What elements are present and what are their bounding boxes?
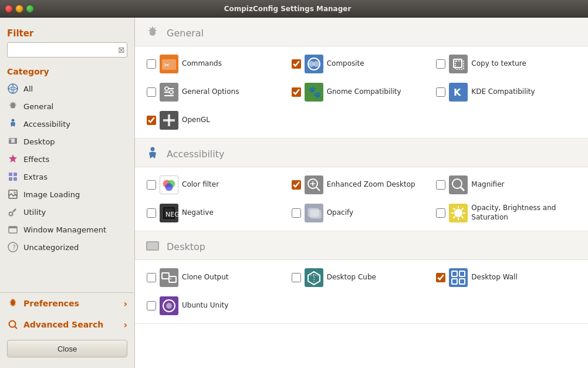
sidebar-item-desktop[interactable]: Desktop xyxy=(0,133,134,150)
plugin-desktop-wall-icon xyxy=(449,268,468,287)
plugin-negative-checkbox[interactable] xyxy=(147,208,156,218)
plugin-magnifier[interactable]: Magnifier xyxy=(434,172,579,198)
plugin-commands[interactable]: ✂ Commands xyxy=(144,51,289,77)
plugin-kde-compat-checkbox[interactable] xyxy=(436,87,445,97)
svg-text:?: ? xyxy=(12,244,16,251)
plugin-color-filter-label: Color filter xyxy=(182,180,219,190)
desktop-icon xyxy=(7,136,19,147)
svg-point-0 xyxy=(8,84,18,93)
general-section: General ✂ Commands Composite xyxy=(135,18,588,139)
category-list: All General Accessibility Desktop xyxy=(0,80,134,290)
window-management-icon xyxy=(7,224,19,235)
sidebar-item-window-management[interactable]: Window Management xyxy=(0,221,134,238)
plugin-commands-checkbox[interactable] xyxy=(147,59,156,69)
plugin-composite[interactable]: Composite xyxy=(289,51,434,77)
close-button[interactable]: Close xyxy=(7,340,127,357)
plugin-composite-checkbox[interactable] xyxy=(292,59,301,69)
svg-rect-9 xyxy=(9,177,12,181)
plugin-clone-output[interactable]: Clone Output xyxy=(144,265,289,291)
filter-clear-icon[interactable]: ⊠ xyxy=(118,45,125,55)
svg-point-38 xyxy=(151,147,155,151)
svg-point-42 xyxy=(165,183,173,191)
sidebar-item-utility[interactable]: Utility xyxy=(0,203,134,221)
general-section-title: General xyxy=(167,28,204,39)
plugin-ubuntu-unity-checkbox[interactable] xyxy=(147,301,156,310)
svg-text:✂: ✂ xyxy=(164,61,170,69)
plugin-general-options-checkbox[interactable] xyxy=(147,87,156,97)
plugin-copy-to-texture-checkbox[interactable] xyxy=(436,59,445,69)
svg-rect-7 xyxy=(9,173,12,176)
sidebar-item-accessibility[interactable]: Accessibility xyxy=(0,115,134,133)
plugin-opacify-label: Opacify xyxy=(327,208,353,218)
plugin-enhanced-zoom-icon xyxy=(305,175,323,194)
advanced-search-arrow-icon: › xyxy=(123,319,127,330)
accessibility-plugins-grid: Color filter Enhanced Zoom Desktop xyxy=(135,167,588,231)
plugin-copy-to-texture[interactable]: Copy to texture xyxy=(434,51,579,77)
plugin-opacify[interactable]: Opacify xyxy=(289,200,434,226)
utility-icon xyxy=(7,206,19,218)
preferences-icon xyxy=(7,298,19,309)
plugin-opacity-brightness-checkbox[interactable] xyxy=(436,208,445,218)
plugin-commands-icon: ✂ xyxy=(160,55,178,73)
plugin-general-options[interactable]: General Options xyxy=(144,79,289,105)
plugin-enhanced-zoom[interactable]: Enhanced Zoom Desktop xyxy=(289,172,434,198)
desktop-plugins-grid: Clone Output Desktop Cube Desktop xyxy=(135,260,588,324)
plugin-opengl[interactable]: OpenGL xyxy=(144,107,289,133)
plugin-desktop-wall-label: Desktop Wall xyxy=(471,273,517,282)
svg-rect-58 xyxy=(169,276,176,282)
plugin-gnome-compat-checkbox[interactable] xyxy=(292,87,301,97)
plugin-color-filter-checkbox[interactable] xyxy=(147,180,156,190)
svg-point-68 xyxy=(166,303,172,309)
plugin-desktop-cube-checkbox[interactable] xyxy=(292,273,301,282)
close-window-button[interactable] xyxy=(5,5,13,13)
sidebar: Filter ⊠ Category All General xyxy=(0,18,135,368)
plugin-commands-label: Commands xyxy=(182,59,222,69)
plugin-opengl-checkbox[interactable] xyxy=(147,116,156,125)
plugin-kde-compat[interactable]: K KDE Compatibility xyxy=(434,79,579,105)
plugin-clone-output-checkbox[interactable] xyxy=(147,273,156,282)
svg-rect-65 xyxy=(452,279,457,284)
all-icon xyxy=(7,83,19,94)
plugin-opacity-brightness[interactable]: Opacity, Brightness and Saturation xyxy=(434,200,579,226)
sidebar-item-image-loading-label: Image Loading xyxy=(23,190,80,199)
svg-line-48 xyxy=(461,187,464,191)
plugin-clone-output-label: Clone Output xyxy=(182,273,229,282)
plugin-opacify-checkbox[interactable] xyxy=(292,208,301,218)
svg-rect-64 xyxy=(459,271,465,276)
plugin-desktop-cube[interactable]: Desktop Cube xyxy=(289,265,434,291)
plugin-desktop-wall-checkbox[interactable] xyxy=(436,273,445,282)
plugin-negative[interactable]: NEG Negative xyxy=(144,200,289,226)
sidebar-item-all[interactable]: All xyxy=(0,80,134,97)
sidebar-item-all-label: All xyxy=(23,85,33,93)
svg-point-26 xyxy=(313,61,319,67)
plugin-magnifier-icon xyxy=(449,175,468,194)
plugin-magnifier-checkbox[interactable] xyxy=(436,180,445,190)
plugin-ubuntu-unity[interactable]: Ubuntu Unity xyxy=(144,293,289,319)
plugin-gnome-compat[interactable]: 🐾 Gnome Compatibility xyxy=(289,79,434,105)
preferences-item[interactable]: Preferences › xyxy=(0,293,134,314)
plugin-gnome-compat-icon: 🐾 xyxy=(305,83,323,102)
title-bar: CompizConfig Settings Manager xyxy=(0,0,588,18)
plugin-enhanced-zoom-checkbox[interactable] xyxy=(292,180,301,190)
sidebar-item-image-loading[interactable]: Image Loading xyxy=(0,185,134,203)
minimize-window-button[interactable] xyxy=(15,5,23,13)
plugin-ubuntu-unity-label: Ubuntu Unity xyxy=(182,301,228,310)
svg-marker-60 xyxy=(308,272,320,285)
sidebar-item-effects[interactable]: Effects xyxy=(0,150,134,168)
filter-input[interactable] xyxy=(7,42,127,58)
plugin-desktop-wall[interactable]: Desktop Wall xyxy=(434,265,579,291)
plugin-clone-output-icon xyxy=(160,268,178,287)
content-area: General ✂ Commands Composite xyxy=(135,18,588,368)
sidebar-footer: Preferences › Advanced Search › Close xyxy=(0,292,134,362)
plugin-composite-label: Composite xyxy=(327,59,364,69)
svg-rect-15 xyxy=(9,227,17,228)
sidebar-item-general[interactable]: General xyxy=(0,97,134,115)
advanced-search-item[interactable]: Advanced Search › xyxy=(0,314,134,335)
sidebar-item-uncategorized[interactable]: ? Uncategorized xyxy=(0,238,134,256)
sidebar-item-extras[interactable]: Extras xyxy=(0,168,134,185)
svg-point-47 xyxy=(452,179,462,188)
svg-rect-5 xyxy=(11,139,15,143)
plugin-color-filter[interactable]: Color filter xyxy=(144,172,289,198)
maximize-window-button[interactable] xyxy=(26,5,34,13)
accessibility-section-header: Accessibility xyxy=(135,139,588,167)
